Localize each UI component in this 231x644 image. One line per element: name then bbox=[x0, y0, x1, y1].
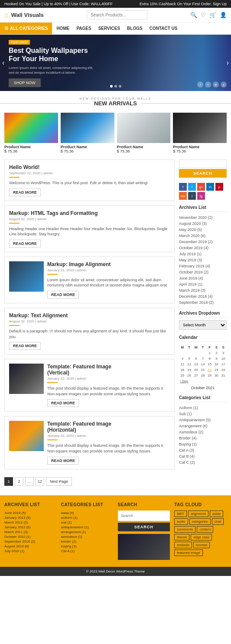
footer-archive-item[interactable]: March 2011 (3) bbox=[4, 530, 57, 534]
hero-social-icon-1[interactable]: f bbox=[197, 81, 203, 88]
footer-category-item[interactable]: border (2) bbox=[61, 539, 114, 544]
cal-link-22[interactable]: 22 bbox=[208, 368, 211, 372]
hero-prev-button[interactable]: ‹ bbox=[2, 59, 4, 67]
tag-dlwork[interactable]: dlwork bbox=[174, 534, 189, 540]
post-3-read-more[interactable]: READ MORE bbox=[47, 291, 79, 299]
footer-category-item[interactable]: sub (1) bbox=[61, 520, 114, 525]
nav-categories-btn[interactable]: ☰ ALL CATEGORIES bbox=[0, 23, 52, 34]
social-google[interactable]: g+ bbox=[197, 183, 205, 191]
hero-dot-2[interactable] bbox=[114, 85, 117, 88]
footer-category-item[interactable]: aaaa (4) bbox=[61, 511, 114, 515]
tag-excerpt[interactable]: excerpt bbox=[193, 542, 210, 548]
hero-dot-1[interactable] bbox=[110, 85, 113, 88]
footer-search-button[interactable]: SEARCH bbox=[118, 523, 170, 531]
footer-category-item[interactable]: antiquarianism (1) bbox=[61, 525, 114, 530]
post-2-read-more[interactable]: READ MORE bbox=[9, 240, 41, 247]
cart-icon[interactable]: 🛒 bbox=[209, 12, 216, 18]
search-icon[interactable]: 🔍 bbox=[190, 12, 197, 18]
footer-archive-item[interactable]: March 2012 (5) bbox=[4, 520, 57, 525]
product-card-4[interactable]: Product Name $ 75.36 bbox=[173, 113, 227, 153]
footer-archive-item[interactable]: January 2012 (6) bbox=[4, 525, 57, 530]
social-pinterest[interactable]: p bbox=[215, 183, 223, 191]
footer-archive-item[interactable]: October 2010 (1) bbox=[4, 534, 57, 539]
page-next-btn[interactable]: Next Page bbox=[46, 477, 72, 486]
hero-social-icon-3[interactable]: in bbox=[213, 81, 219, 88]
archive-item[interactable]: April 2019 (1) bbox=[179, 281, 227, 287]
post-5-read-more[interactable]: READ MORE bbox=[47, 399, 79, 407]
hero-social-icon-2[interactable]: t bbox=[205, 81, 211, 88]
shop-now-button[interactable]: SHOP NOW bbox=[9, 78, 41, 87]
nav-services[interactable]: SERVICES bbox=[98, 23, 120, 34]
archive-item[interactable]: August 2020 (3) bbox=[179, 221, 227, 227]
nav-home[interactable]: HOME bbox=[56, 23, 69, 34]
hero-social-icon-4[interactable]: p bbox=[221, 81, 227, 88]
archive-item[interactable]: May 2020 (5) bbox=[179, 227, 227, 233]
archive-item[interactable]: March 2019 (3) bbox=[179, 287, 227, 293]
archive-item[interactable]: March 2020 (6) bbox=[179, 233, 227, 239]
footer-archive-item[interactable]: June 2019 (5) bbox=[4, 511, 57, 515]
social-rss[interactable]: rss bbox=[179, 192, 187, 200]
category-item[interactable]: Cat B (4) bbox=[179, 453, 227, 459]
hero-next-button[interactable]: › bbox=[227, 59, 229, 67]
social-linkedin[interactable]: in bbox=[206, 183, 214, 191]
archive-item[interactable]: February 2019 (4) bbox=[179, 263, 227, 269]
product-card-2[interactable]: Product Name $ 75.36 bbox=[61, 113, 114, 153]
category-item[interactable]: Sub (1) bbox=[179, 411, 227, 417]
tag-edge-case[interactable]: edge case bbox=[191, 534, 212, 540]
footer-archive-item[interactable]: January 2013 (5) bbox=[4, 515, 57, 520]
hero-dot-3[interactable] bbox=[119, 85, 121, 88]
page-btn-12[interactable]: 12 bbox=[36, 477, 44, 486]
tag-alignment[interactable]: alignment bbox=[188, 511, 208, 517]
footer-category-item[interactable]: arrangement (1) bbox=[61, 530, 114, 534]
tag-chat[interactable]: chat bbox=[212, 518, 224, 525]
archive-item[interactable]: July 2019 (1) bbox=[179, 251, 227, 257]
category-item[interactable]: Antiquarianism (5) bbox=[179, 417, 227, 423]
footer-archive-item[interactable]: September 2010 (2) bbox=[4, 539, 57, 544]
product-card-1[interactable]: Product Name $ 75.36 bbox=[4, 113, 58, 153]
tag-categories[interactable]: categories bbox=[189, 518, 211, 525]
social-twitter[interactable]: t bbox=[188, 183, 196, 191]
tag-embeds[interactable]: embeds bbox=[174, 542, 192, 548]
archive-item[interactable]: December 2019 (2) bbox=[179, 239, 227, 245]
social-facebook[interactable]: f bbox=[179, 183, 187, 191]
archive-item[interactable]: May 2019 (3) bbox=[179, 257, 227, 263]
category-item[interactable]: Cat C (2) bbox=[179, 459, 227, 465]
archives-dropdown-select[interactable]: Select Month bbox=[179, 320, 227, 330]
category-item[interactable]: Cat A (3) bbox=[179, 447, 227, 453]
sidebar-search-button[interactable]: SEARCH bbox=[179, 169, 227, 178]
tag-featured-image[interactable]: featured image bbox=[174, 550, 202, 556]
sign-up-link[interactable]: Sign Up bbox=[213, 2, 227, 6]
cal-prev-month[interactable]: ‹ Sep bbox=[180, 379, 188, 383]
nav-contact[interactable]: CONTACT US bbox=[150, 23, 178, 34]
tag-8bit[interactable]: 8BIT bbox=[174, 511, 187, 517]
category-item[interactable]: Arrangement (6) bbox=[179, 423, 227, 429]
page-btn-2[interactable]: 2 bbox=[15, 477, 23, 486]
category-item[interactable]: Aciform (1) bbox=[179, 405, 227, 411]
category-item[interactable]: Broder (4) bbox=[179, 435, 227, 441]
tag-comments[interactable]: comments bbox=[174, 526, 195, 533]
category-item[interactable]: Asmodeus (2) bbox=[179, 429, 227, 435]
footer-category-item[interactable]: Cat A (1) bbox=[61, 549, 114, 553]
tag-aside[interactable]: aside bbox=[210, 511, 223, 517]
footer-category-item[interactable]: asmodeus (1) bbox=[61, 534, 114, 539]
category-item[interactable]: Buying (1) bbox=[179, 441, 227, 447]
sidebar-search-input[interactable] bbox=[179, 159, 227, 168]
footer-category-item[interactable]: aciform (1) bbox=[61, 515, 114, 520]
archive-item[interactable]: October 2019 (4) bbox=[179, 245, 227, 251]
post-4-read-more[interactable]: READ MORE bbox=[9, 342, 41, 350]
product-card-3[interactable]: Product Name $ 75.36 bbox=[117, 113, 171, 153]
social-tumblr[interactable]: t bbox=[188, 192, 196, 200]
user-icon[interactable]: 👤 bbox=[220, 12, 227, 18]
footer-search-input[interactable] bbox=[118, 511, 170, 521]
post-6-read-more[interactable]: READ MORE bbox=[47, 457, 79, 465]
footer-archive-item[interactable]: July 2010 (1) bbox=[4, 549, 57, 553]
archive-item[interactable]: November 2020 (2) bbox=[179, 215, 227, 221]
nav-blogs[interactable]: BLOGS bbox=[127, 23, 143, 34]
social-instagram[interactable]: ig bbox=[197, 192, 205, 200]
footer-archive-item[interactable]: August 2010 (8) bbox=[4, 544, 57, 549]
post-1-read-more[interactable]: READ MORE bbox=[9, 189, 41, 196]
wishlist-icon[interactable]: ♡ bbox=[201, 12, 206, 18]
footer-category-item[interactable]: buying (3) bbox=[61, 544, 114, 549]
tag-content[interactable]: content bbox=[197, 526, 213, 533]
header-search-input[interactable] bbox=[87, 10, 147, 20]
